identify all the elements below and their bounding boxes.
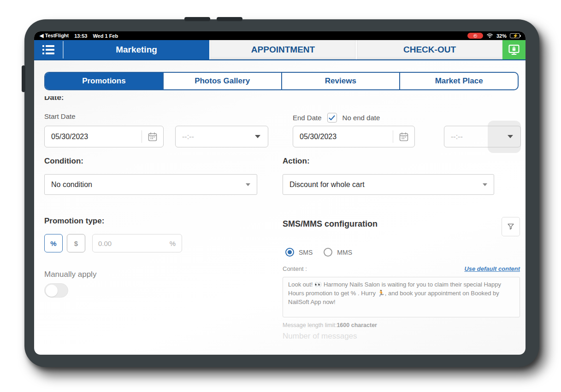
menu-button[interactable] xyxy=(34,40,63,59)
battery-percent: 32% xyxy=(496,33,507,39)
manually-apply-toggle[interactable] xyxy=(44,283,68,298)
status-bar: ◀ TestFlight 13:53 Wed 1 Feb 32% ⚡ xyxy=(34,31,526,40)
sms-mms-heading: SMS/MMS configuration xyxy=(283,219,378,229)
chevron-down-icon xyxy=(255,135,260,138)
start-time-placeholder: --:-- xyxy=(176,133,255,141)
end-date-input[interactable]: 05/30/2023 xyxy=(293,126,415,147)
action-value: Discount for whole cart xyxy=(283,181,483,189)
screen-recording-indicator-icon[interactable] xyxy=(467,33,483,39)
subtab-photos-gallery[interactable]: Photos Gallery xyxy=(164,73,282,89)
mms-radio-label: MMS xyxy=(337,249,352,256)
end-date-label: End Date xyxy=(293,114,322,122)
marketing-subnav: Promotions Photos Gallery Reviews Market… xyxy=(44,72,519,90)
app-screen: ◀ TestFlight 13:53 Wed 1 Feb 32% ⚡ xyxy=(34,31,526,355)
subtab-reviews[interactable]: Reviews xyxy=(282,73,401,89)
no-end-date-checkbox[interactable] xyxy=(327,113,337,123)
action-label: Action: xyxy=(283,157,310,166)
subtab-market-place[interactable]: Market Place xyxy=(400,73,518,89)
calendar-icon[interactable] xyxy=(142,131,163,142)
end-time-select[interactable]: --:-- xyxy=(444,126,521,147)
wifi-icon xyxy=(486,33,493,38)
condition-value: No condition xyxy=(45,181,246,189)
length-limit-value: 1600 character xyxy=(337,322,377,328)
lock-screen-button[interactable] xyxy=(502,40,526,59)
content-label: Content : xyxy=(283,265,307,272)
subtab-promotions[interactable]: Promotions xyxy=(45,73,164,89)
monitor-lock-icon xyxy=(508,43,520,56)
tab-marketing[interactable]: Marketing xyxy=(64,40,209,59)
condition-label: Condition: xyxy=(44,157,83,166)
volume-down-button xyxy=(217,17,242,21)
start-date-input[interactable]: 05/30/2023 xyxy=(44,126,164,147)
no-end-date-label: No end date xyxy=(343,114,380,122)
amount-unit-suffix: % xyxy=(170,240,182,247)
date-section-label: Date: xyxy=(44,96,64,103)
number-of-messages-label: Number of messages xyxy=(283,332,357,341)
start-time-select[interactable]: --:-- xyxy=(175,126,268,147)
end-time-placeholder: --:-- xyxy=(444,133,508,141)
tablet-device-frame: ◀ TestFlight 13:53 Wed 1 Feb 32% ⚡ xyxy=(24,19,539,367)
dollar-type-button[interactable]: $ xyxy=(67,234,85,252)
manually-apply-label: Manually apply xyxy=(44,270,96,279)
message-type-radio-group: SMS MMS xyxy=(285,248,359,257)
chevron-down-icon xyxy=(508,135,513,138)
use-default-content-link[interactable]: Use default content xyxy=(464,265,520,272)
battery-charging-icon: ⚡ xyxy=(510,33,520,38)
list-menu-icon xyxy=(42,45,54,54)
sms-radio-label: SMS xyxy=(299,249,313,256)
volume-up-button xyxy=(184,17,210,21)
condition-select[interactable]: No condition xyxy=(44,174,257,195)
amount-placeholder: 0.00 xyxy=(93,240,170,247)
message-length-limit: Message length limit:1600 character xyxy=(283,322,377,328)
funnel-filter-icon xyxy=(507,222,515,231)
tab-appointment[interactable]: APPOINTMENT xyxy=(209,40,356,59)
status-time: 13:53 xyxy=(74,33,87,39)
calendar-icon[interactable] xyxy=(393,131,414,142)
filter-button[interactable] xyxy=(502,217,520,236)
chevron-down-icon xyxy=(246,183,250,186)
check-icon xyxy=(329,115,335,121)
amount-input[interactable]: 0.00 % xyxy=(92,234,182,252)
tab-checkout[interactable]: CHECK-OUT xyxy=(356,40,502,59)
start-date-label: Start Date xyxy=(44,112,76,120)
promotion-type-label: Promotion type: xyxy=(44,216,104,226)
end-date-value: 05/30/2023 xyxy=(293,133,393,141)
sms-radio[interactable] xyxy=(285,248,294,257)
start-date-value: 05/30/2023 xyxy=(45,133,142,141)
chevron-down-icon xyxy=(483,183,487,186)
action-select[interactable]: Discount for whole cart xyxy=(283,174,494,195)
mms-radio[interactable] xyxy=(324,248,332,257)
status-date: Wed 1 Feb xyxy=(93,33,118,39)
top-navigation: Marketing APPOINTMENT CHECK-OUT xyxy=(34,40,526,60)
side-button xyxy=(22,65,25,92)
message-content-textarea[interactable]: Look out! 👀 Harmony Nails Salon is waiti… xyxy=(283,277,520,317)
return-to-app-label[interactable]: ◀ TestFlight xyxy=(40,33,69,39)
percent-type-button[interactable]: % xyxy=(44,234,63,252)
